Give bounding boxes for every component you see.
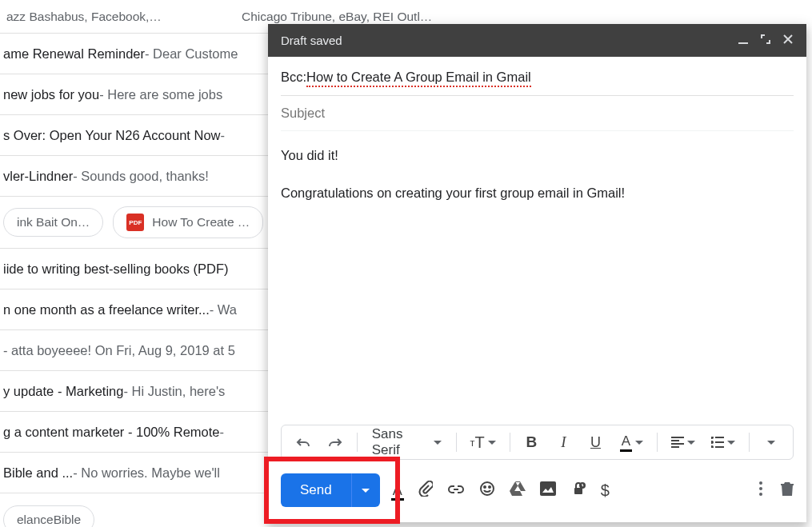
svg-point-12 <box>759 493 762 496</box>
undo-icon[interactable] <box>290 430 317 454</box>
dollar-icon[interactable]: $ <box>601 481 610 500</box>
chevron-down-icon <box>434 441 442 445</box>
italic-button[interactable]: I <box>550 430 577 454</box>
send-button[interactable]: Send <box>281 473 351 507</box>
emoji-icon[interactable] <box>479 481 495 500</box>
text-color-button[interactable]: A <box>614 430 649 454</box>
fullscreen-icon[interactable] <box>760 34 771 47</box>
more-formatting-icon[interactable] <box>758 430 785 454</box>
compose-action-bar: Send A $ <box>281 473 794 508</box>
photo-icon[interactable] <box>540 481 556 499</box>
bold-button[interactable]: B <box>518 430 545 454</box>
formatting-toolbar: Sans Serif тT B I U A <box>281 425 794 460</box>
sender-col-2: Chicago Tribune, eBay, REI Outl… <box>222 10 434 24</box>
sender-col-1: azz Bashabus, Facebook,… <box>6 10 222 24</box>
svg-rect-0 <box>738 42 748 44</box>
svg-rect-7 <box>540 481 556 496</box>
compose-title: Draft saved <box>281 34 342 47</box>
compose-window: Draft saved Bcc: How to Create A Group E… <box>268 24 806 522</box>
font-size-icon[interactable]: тT <box>465 430 502 454</box>
bcc-label: Bcc: <box>281 70 306 85</box>
subject-input[interactable] <box>281 96 794 131</box>
bcc-field[interactable]: Bcc: How to Create A Group Email in Gmai… <box>281 57 794 96</box>
svg-point-4 <box>481 482 494 495</box>
attachment-chip[interactable]: PDFHow To Create … <box>113 206 263 238</box>
underline-button[interactable]: U <box>582 430 609 454</box>
svg-point-10 <box>759 481 762 485</box>
attachment-chip[interactable]: ink Bait On… <box>3 208 103 237</box>
close-icon[interactable] <box>782 34 794 47</box>
list-button[interactable] <box>706 430 741 454</box>
compose-header[interactable]: Draft saved <box>268 24 806 57</box>
send-options-button[interactable] <box>351 473 380 507</box>
svg-point-2 <box>711 441 713 443</box>
attach-icon[interactable] <box>418 481 433 500</box>
minimize-icon[interactable] <box>738 34 749 47</box>
redo-icon[interactable] <box>322 430 349 454</box>
drive-icon[interactable] <box>510 481 526 499</box>
svg-point-1 <box>711 437 713 438</box>
svg-point-3 <box>711 446 713 448</box>
bcc-recipient[interactable]: How to Create A Group Email in Gmail <box>306 70 531 87</box>
svg-point-5 <box>484 486 486 488</box>
svg-rect-8 <box>574 488 582 494</box>
send-group: Send <box>281 473 380 507</box>
svg-point-11 <box>759 487 762 490</box>
more-options-icon[interactable] <box>758 481 763 500</box>
discard-icon[interactable] <box>781 481 794 500</box>
align-button[interactable] <box>666 430 701 454</box>
font-select[interactable]: Sans Serif <box>366 426 448 458</box>
svg-point-6 <box>489 486 490 488</box>
formatting-toggle-icon[interactable]: A <box>391 482 404 499</box>
compose-body[interactable]: You did it! Congratulations on creating … <box>281 131 794 203</box>
link-icon[interactable] <box>447 483 465 497</box>
pdf-icon: PDF <box>126 214 144 231</box>
confidential-icon[interactable] <box>570 481 586 500</box>
attachment-chip[interactable]: elanceBible <box>3 505 94 528</box>
